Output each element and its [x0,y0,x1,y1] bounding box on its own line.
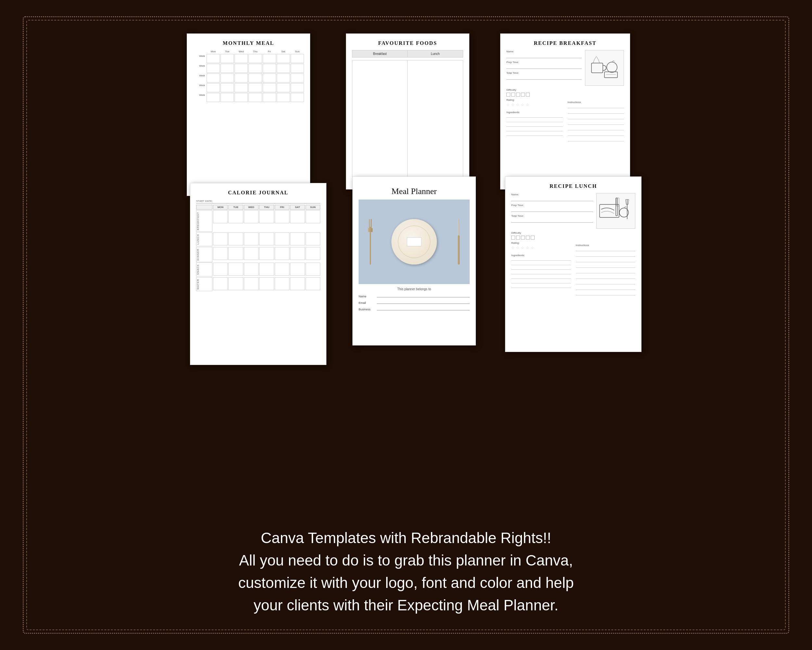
cj-cell [290,232,305,245]
main-container: MONTHLY MEAL Mon Tue Wed Thu Fri Sat Sun [23,16,789,634]
star-5: ☆ [526,103,530,107]
cj-tue: TUE [228,205,243,210]
plate [391,219,437,265]
cj-cell [259,247,274,260]
meal-planner-card: Meal Planner [353,176,476,346]
rl-total-line [511,218,593,223]
rl-rating-row: Rating: ☆ ☆ ☆ ☆ ☆ [511,242,571,249]
cj-cell [275,263,289,275]
middle-column: FAVOURITE FOODS Breakfast Lunch Meal Pla… [339,34,476,346]
rb-name-line [506,54,582,58]
checkbox-3 [516,93,520,96]
cell [263,83,276,92]
recipe-breakfast-card: RECIPE BREAKFAST Name: Prep Time: Total … [500,34,630,190]
ing-line [506,115,563,118]
fork-handle [369,232,371,265]
mp-email-label: Email [359,301,375,304]
mp-business-row: Business [359,306,470,311]
cell [291,83,304,92]
checkbox-1 [506,93,510,96]
cell [291,93,304,102]
rl-left-section: Rating: ☆ ☆ ☆ ☆ ☆ Ingredients: [511,242,571,295]
cj-cell [306,277,320,290]
inst-line [568,104,624,108]
recipe-lunch-fields-left: Name: Prep Time: Total Time: [511,193,593,229]
cj-cell [244,210,258,223]
meal-planner-title: Meal Planner [359,187,470,196]
monthly-meal-card: MONTHLY MEAL Mon Tue Wed Thu Fri Sat Sun [187,34,310,196]
bottom-text-line2: All you need to do is to grab this plann… [76,549,736,572]
rb-left-section: Rating: ☆ ☆ ☆ ☆ ☆ Ingredients: [506,98,563,141]
ff-col-breakfast [353,60,408,177]
bottom-text-line1: Canva Templates with Rebrandable Rights!… [76,527,736,549]
rl-inst-line [576,275,636,279]
rb-total-label: Total Time: [506,72,582,75]
rb-difficulty-row: Difficulty [506,89,624,96]
monthly-meal-title: MONTHLY MEAL [193,40,304,46]
cj-thu: THU [259,205,274,210]
rl-instructions-area: Instructions [576,242,636,295]
rb-rating-row: Rating: ☆ ☆ ☆ ☆ ☆ [506,98,563,107]
cj-cell [275,232,289,245]
mp-email-row: Email [359,300,470,304]
cell [235,64,248,73]
cell [235,93,248,102]
rl-stars: ☆ ☆ ☆ ☆ ☆ [511,246,571,249]
cell [249,73,262,83]
ing-line [506,133,563,136]
cell [277,73,290,83]
cj-cell [259,210,274,223]
cj-wed: WED [244,205,258,210]
rl-inst-line [576,269,636,273]
cj-cell [306,232,320,245]
bottom-text-line3: customize it with your logo, font and co… [76,572,736,594]
bottom-text-line4: your clients with their Expecting Meal P… [76,594,736,616]
cj-cell [213,210,228,223]
rl-instructions-label: Instructions [576,244,589,247]
knife-icon [457,219,461,265]
cj-cell [228,232,243,245]
cj-spacer [196,205,212,210]
cell [291,73,304,83]
cj-cell [244,263,258,275]
ff-col-lunch [408,60,463,177]
mp-business-line [377,306,470,310]
rl-bottom-section: Rating: ☆ ☆ ☆ ☆ ☆ Ingredients: [511,242,635,295]
star-2: ☆ [511,103,515,107]
rb-prep-row: Prep Time: [506,61,582,69]
cj-dinner-label: DINNER [196,247,212,262]
rl-ingredients-lines [511,257,571,288]
rl-instructions-lines [576,247,636,295]
cj-cell [306,210,320,223]
rl-ing-line [511,280,571,283]
rl-checkbox-2 [516,236,520,240]
cj-cell [259,263,274,275]
rl-name-label: Name: [511,193,593,196]
rb-difficulty-checkboxes [506,93,624,96]
favourite-foods-title: FAVOURITE FOODS [352,40,463,46]
cell [249,93,262,102]
rl-ing-line [511,275,571,279]
rl-checkbox-1 [511,236,515,240]
ff-tab-breakfast: Breakfast [353,50,408,57]
cj-cell [290,277,305,290]
cj-breakfast-label: BREAKFAST [196,210,212,232]
cj-cell [275,277,289,290]
star-4: ☆ [521,103,525,107]
cj-cell [306,247,320,260]
cj-grid-body: BREAKFAST LUNCH [196,210,320,291]
rl-ing-line [511,266,571,270]
rl-checkbox-3 [521,236,525,240]
rb-name-label: Name: [506,50,582,53]
meal-grid-body: Week Week [193,54,304,102]
cell [291,64,304,73]
rl-ing-line [511,285,571,288]
ff-tab-lunch: Lunch [408,50,463,57]
cj-cell [306,263,320,275]
cell [221,93,234,102]
cj-mon: MON [213,205,228,210]
cell [263,93,276,102]
week1-label: Week [193,54,206,63]
mp-image-area [359,200,470,284]
checkbox-2 [511,93,515,96]
